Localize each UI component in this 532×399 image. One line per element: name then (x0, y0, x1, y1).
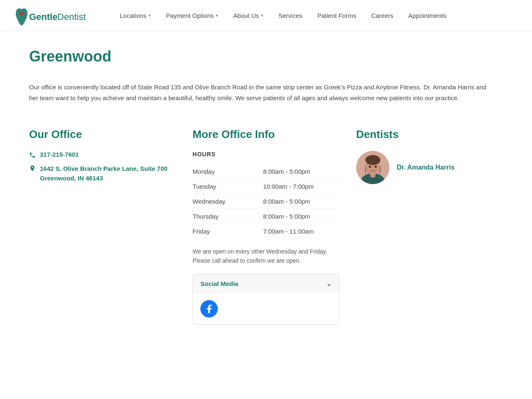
dentist-name: Dr. Amanda Harris (397, 164, 455, 171)
day-tuesday: Tuesday (192, 179, 263, 194)
svg-point-8 (374, 166, 377, 168)
office-address: 1642 S. Olive Branch Parke Lane, Suite 7… (40, 164, 167, 183)
nav-item-appointments[interactable]: Appointments (401, 0, 454, 31)
day-thursday: Thursday (192, 209, 263, 224)
svg-point-7 (369, 166, 371, 168)
locations-chevron-icon: ▾ (148, 13, 151, 18)
our-office-section: Our Office 317-215-7601 (29, 128, 176, 183)
main-content: Greenwood Our office is conveniently loc… (17, 31, 515, 341)
avatar (356, 151, 389, 184)
social-media-accordion-header[interactable]: Social Media ⌄ (193, 274, 339, 293)
day-monday: Monday (192, 164, 263, 179)
address-item: 1642 S. Olive Branch Parke Lane, Suite 7… (29, 164, 176, 183)
hours-label: HOURS (192, 151, 339, 158)
svg-text:Dentist: Dentist (57, 12, 86, 22)
page-title: Greenwood (29, 48, 503, 65)
svg-point-6 (365, 155, 380, 165)
info-grid: Our Office 317-215-7601 (29, 128, 503, 325)
dentist-name-link[interactable]: Dr. Amanda Harris (397, 164, 455, 171)
social-media-label: Social Media (200, 280, 238, 287)
more-office-info-heading: More Office Info (192, 128, 339, 141)
dentists-section: Dentists (356, 128, 503, 184)
more-office-info-section: More Office Info HOURS Monday 8:00am - 5… (192, 128, 339, 325)
nav-item-payment-options[interactable]: Payment Options ▾ (158, 0, 226, 31)
our-office-heading: Our Office (29, 128, 176, 141)
social-media-accordion-body (193, 293, 339, 324)
nav-item-careers[interactable]: Careers (364, 0, 401, 31)
time-monday: 8:00am - 5:00pm (263, 164, 340, 179)
hours-table: Monday 8:00am - 5:00pm Tuesday 10:00am -… (192, 164, 339, 239)
phone-icon (29, 152, 36, 160)
table-row: Monday 8:00am - 5:00pm (192, 164, 339, 179)
phone-item: 317-215-7601 (29, 151, 176, 160)
address-line2: Greenwood, IN 46143 (40, 174, 167, 183)
payment-options-chevron-icon: ▾ (216, 13, 218, 18)
phone-number[interactable]: 317-215-7601 (40, 151, 79, 158)
dentist-card: Dr. Amanda Harris (356, 151, 503, 184)
time-tuesday: 10:00am - 7:00pm (263, 179, 340, 194)
facebook-icon[interactable] (200, 300, 218, 318)
logo-link[interactable]: Gentle Dentist (8, 4, 100, 27)
social-media-chevron-icon: ⌄ (326, 280, 332, 288)
nav-menu: Locations ▾ Payment Options ▾ About Us ▾… (112, 0, 454, 31)
time-wednesday: 8:00am - 5:00pm (263, 194, 340, 209)
svg-text:Gentle: Gentle (29, 12, 57, 22)
time-friday: 7:00am - 11:00am (263, 224, 340, 239)
table-row: Friday 7:00am - 11:00am (192, 224, 339, 239)
nav-item-locations[interactable]: Locations ▾ (112, 0, 158, 31)
time-thursday: 8:00am - 5:00pm (263, 209, 340, 224)
office-description: Our office is conveniently located off o… (29, 82, 495, 103)
social-media-accordion: Social Media ⌄ (192, 274, 339, 325)
table-row: Thursday 8:00am - 5:00pm (192, 209, 339, 224)
day-wednesday: Wednesday (192, 194, 263, 209)
table-row: Wednesday 8:00am - 5:00pm (192, 194, 339, 209)
nav-item-patient-forms[interactable]: Patient Forms (310, 0, 364, 31)
about-us-chevron-icon: ▾ (261, 13, 264, 18)
map-pin-icon (29, 165, 36, 173)
main-navigation: Gentle Dentist Locations ▾ Payment Optio… (0, 0, 532, 31)
address-line1: 1642 S. Olive Branch Parke Lane, Suite 7… (40, 164, 167, 174)
nav-item-services[interactable]: Services (271, 0, 310, 31)
table-row: Tuesday 10:00am - 7:00pm (192, 179, 339, 194)
hours-note: We are open on every other Wednesday and… (192, 247, 339, 266)
office-contact: 317-215-7601 1642 S. Olive Branch Parke … (29, 151, 176, 183)
dentists-heading: Dentists (356, 128, 503, 141)
day-friday: Friday (192, 224, 263, 239)
nav-item-about-us[interactable]: About Us ▾ (226, 0, 271, 31)
